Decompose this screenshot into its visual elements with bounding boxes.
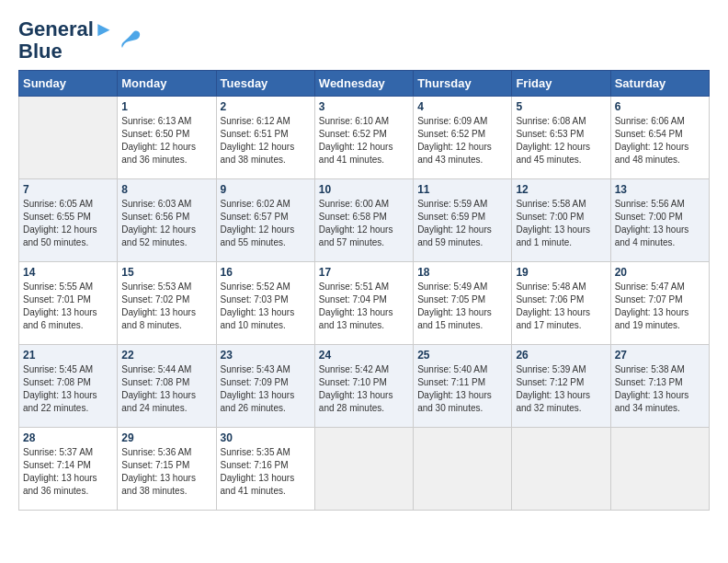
- day-number: 27: [615, 349, 705, 362]
- day-info: Sunrise: 5:56 AMSunset: 7:00 PMDaylight:…: [615, 198, 705, 249]
- day-number: 2: [221, 100, 311, 113]
- day-number: 9: [221, 183, 311, 196]
- day-number: 10: [319, 183, 409, 196]
- calendar-cell: 15Sunrise: 5:53 AMSunset: 7:02 PMDayligh…: [118, 262, 216, 345]
- calendar-cell: [314, 428, 413, 511]
- calendar-cell: 16Sunrise: 5:52 AMSunset: 7:03 PMDayligh…: [216, 262, 314, 345]
- calendar-header-thursday: Thursday: [414, 71, 512, 97]
- calendar-cell: 26Sunrise: 5:39 AMSunset: 7:12 PMDayligh…: [512, 345, 610, 428]
- day-number: 23: [221, 349, 311, 362]
- day-number: 17: [319, 266, 409, 279]
- day-number: 28: [23, 431, 113, 444]
- calendar-cell: 24Sunrise: 5:42 AMSunset: 7:10 PMDayligh…: [314, 345, 413, 428]
- calendar-cell: 23Sunrise: 5:43 AMSunset: 7:09 PMDayligh…: [216, 345, 314, 428]
- calendar-cell: [512, 428, 610, 511]
- calendar-cell: 13Sunrise: 5:56 AMSunset: 7:00 PMDayligh…: [610, 179, 709, 262]
- day-info: Sunrise: 6:00 AMSunset: 6:58 PMDaylight:…: [319, 198, 409, 249]
- calendar-cell: 14Sunrise: 5:55 AMSunset: 7:01 PMDayligh…: [19, 262, 118, 345]
- day-number: 14: [23, 266, 113, 279]
- day-number: 8: [121, 183, 211, 196]
- calendar-cell: 21Sunrise: 5:45 AMSunset: 7:08 PMDayligh…: [19, 345, 118, 428]
- day-info: Sunrise: 5:45 AMSunset: 7:08 PMDaylight:…: [23, 363, 113, 415]
- day-number: 29: [121, 431, 211, 444]
- calendar-cell: 19Sunrise: 5:48 AMSunset: 7:06 PMDayligh…: [512, 262, 610, 345]
- calendar-cell: 9Sunrise: 6:02 AMSunset: 6:57 PMDaylight…: [216, 179, 314, 262]
- day-info: Sunrise: 6:08 AMSunset: 6:53 PMDaylight:…: [516, 115, 606, 167]
- day-number: 3: [319, 100, 409, 113]
- calendar-cell: [19, 97, 118, 179]
- calendar-header-friday: Friday: [512, 71, 610, 97]
- day-info: Sunrise: 5:44 AMSunset: 7:08 PMDaylight:…: [121, 363, 211, 415]
- day-info: Sunrise: 6:09 AMSunset: 6:52 PMDaylight:…: [417, 115, 507, 167]
- day-number: 18: [417, 266, 507, 279]
- day-info: Sunrise: 6:12 AMSunset: 6:51 PMDaylight:…: [221, 115, 311, 167]
- calendar-cell: 7Sunrise: 6:05 AMSunset: 6:55 PMDaylight…: [19, 179, 118, 262]
- calendar-cell: 25Sunrise: 5:40 AMSunset: 7:11 PMDayligh…: [414, 345, 512, 428]
- calendar-cell: 17Sunrise: 5:51 AMSunset: 7:04 PMDayligh…: [314, 262, 413, 345]
- day-info: Sunrise: 6:05 AMSunset: 6:55 PMDaylight:…: [23, 198, 113, 249]
- day-number: 25: [417, 349, 507, 362]
- day-info: Sunrise: 5:53 AMSunset: 7:02 PMDaylight:…: [121, 281, 211, 332]
- day-info: Sunrise: 5:59 AMSunset: 6:59 PMDaylight:…: [417, 198, 507, 249]
- calendar-cell: 3Sunrise: 6:10 AMSunset: 6:52 PMDaylight…: [314, 97, 413, 179]
- day-info: Sunrise: 5:42 AMSunset: 7:10 PMDaylight:…: [319, 363, 409, 415]
- calendar-header-row: SundayMondayTuesdayWednesdayThursdayFrid…: [19, 71, 710, 97]
- calendar-header-tuesday: Tuesday: [216, 71, 314, 97]
- calendar-cell: 4Sunrise: 6:09 AMSunset: 6:52 PMDaylight…: [414, 97, 512, 179]
- day-number: 6: [615, 100, 705, 113]
- day-info: Sunrise: 6:06 AMSunset: 6:54 PMDaylight:…: [615, 115, 705, 167]
- calendar-cell: 1Sunrise: 6:13 AMSunset: 6:50 PMDaylight…: [118, 97, 216, 179]
- calendar-cell: 29Sunrise: 5:36 AMSunset: 7:15 PMDayligh…: [118, 428, 216, 511]
- day-info: Sunrise: 5:55 AMSunset: 7:01 PMDaylight:…: [23, 281, 113, 332]
- calendar-cell: 11Sunrise: 5:59 AMSunset: 6:59 PMDayligh…: [414, 179, 512, 262]
- day-info: Sunrise: 6:10 AMSunset: 6:52 PMDaylight:…: [319, 115, 409, 167]
- calendar-cell: 27Sunrise: 5:38 AMSunset: 7:13 PMDayligh…: [610, 345, 709, 428]
- day-number: 24: [319, 349, 409, 362]
- calendar-cell: 2Sunrise: 6:12 AMSunset: 6:51 PMDaylight…: [216, 97, 314, 179]
- day-number: 1: [121, 100, 211, 113]
- logo: General►Blue: [18, 18, 143, 63]
- calendar-cell: 10Sunrise: 6:00 AMSunset: 6:58 PMDayligh…: [314, 179, 413, 262]
- day-number: 26: [516, 349, 606, 362]
- day-number: 22: [121, 349, 211, 362]
- day-info: Sunrise: 5:52 AMSunset: 7:03 PMDaylight:…: [221, 281, 311, 332]
- calendar-header-saturday: Saturday: [610, 71, 709, 97]
- day-info: Sunrise: 5:37 AMSunset: 7:14 PMDaylight:…: [23, 446, 113, 498]
- calendar-table: SundayMondayTuesdayWednesdayThursdayFrid…: [18, 70, 710, 511]
- day-info: Sunrise: 5:49 AMSunset: 7:05 PMDaylight:…: [417, 281, 507, 332]
- calendar-cell: 6Sunrise: 6:06 AMSunset: 6:54 PMDaylight…: [610, 97, 709, 179]
- day-info: Sunrise: 5:36 AMSunset: 7:15 PMDaylight:…: [121, 446, 211, 498]
- logo-text: General►Blue: [18, 18, 114, 63]
- day-number: 11: [417, 183, 507, 196]
- day-number: 19: [516, 266, 606, 279]
- day-number: 4: [417, 100, 507, 113]
- day-number: 13: [615, 183, 705, 196]
- calendar-cell: [610, 428, 709, 511]
- day-info: Sunrise: 6:02 AMSunset: 6:57 PMDaylight:…: [221, 198, 311, 249]
- day-info: Sunrise: 5:48 AMSunset: 7:06 PMDaylight:…: [516, 281, 606, 332]
- calendar-week-row: 7Sunrise: 6:05 AMSunset: 6:55 PMDaylight…: [19, 179, 710, 262]
- calendar-header-wednesday: Wednesday: [314, 71, 413, 97]
- calendar-header-monday: Monday: [118, 71, 216, 97]
- day-number: 15: [121, 266, 211, 279]
- day-number: 5: [516, 100, 606, 113]
- calendar-cell: 12Sunrise: 5:58 AMSunset: 7:00 PMDayligh…: [512, 179, 610, 262]
- calendar-cell: 18Sunrise: 5:49 AMSunset: 7:05 PMDayligh…: [414, 262, 512, 345]
- calendar-week-row: 28Sunrise: 5:37 AMSunset: 7:14 PMDayligh…: [19, 428, 710, 511]
- calendar-cell: 30Sunrise: 5:35 AMSunset: 7:16 PMDayligh…: [216, 428, 314, 511]
- calendar-cell: 8Sunrise: 6:03 AMSunset: 6:56 PMDaylight…: [118, 179, 216, 262]
- day-info: Sunrise: 5:40 AMSunset: 7:11 PMDaylight:…: [417, 363, 507, 415]
- calendar-week-row: 1Sunrise: 6:13 AMSunset: 6:50 PMDaylight…: [19, 97, 710, 179]
- day-number: 12: [516, 183, 606, 196]
- day-info: Sunrise: 5:51 AMSunset: 7:04 PMDaylight:…: [319, 281, 409, 332]
- day-info: Sunrise: 5:58 AMSunset: 7:00 PMDaylight:…: [516, 198, 606, 249]
- calendar-cell: 20Sunrise: 5:47 AMSunset: 7:07 PMDayligh…: [610, 262, 709, 345]
- day-number: 20: [615, 266, 705, 279]
- calendar-cell: [414, 428, 512, 511]
- logo-bird-icon: [116, 27, 143, 54]
- day-number: 16: [221, 266, 311, 279]
- calendar-week-row: 14Sunrise: 5:55 AMSunset: 7:01 PMDayligh…: [19, 262, 710, 345]
- day-number: 7: [23, 183, 113, 196]
- day-info: Sunrise: 5:47 AMSunset: 7:07 PMDaylight:…: [615, 281, 705, 332]
- day-info: Sunrise: 5:43 AMSunset: 7:09 PMDaylight:…: [221, 363, 311, 415]
